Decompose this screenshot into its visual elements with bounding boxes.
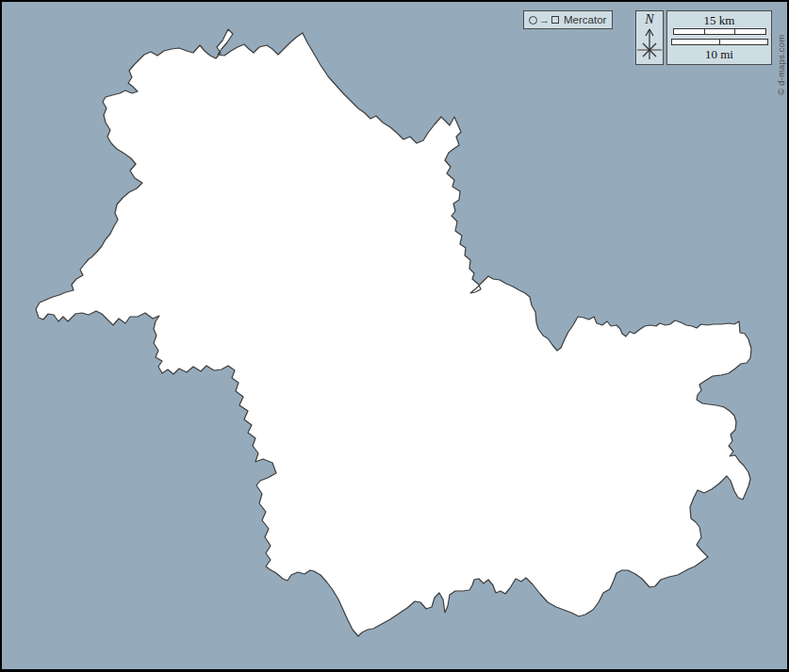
scale-km-tick — [704, 29, 705, 34]
scale-mi-label: 10 mi — [667, 48, 771, 60]
region-map — [2, 2, 787, 669]
circle-icon — [529, 16, 537, 25]
scale-bar-box: 15 km 10 mi — [666, 10, 772, 65]
scale-km-tick — [734, 29, 735, 34]
square-icon — [551, 16, 559, 24]
copyright-text: © d-maps.com — [776, 35, 786, 95]
region-outline — [36, 29, 751, 636]
scale-km-label: 15 km — [667, 14, 771, 26]
arrow-right-icon: → — [539, 15, 550, 25]
compass-rose-icon — [636, 27, 663, 61]
scale-km-bar — [673, 28, 766, 35]
projection-label: Mercator — [564, 14, 606, 25]
map-canvas: → Mercator N 15 km 10 mi © d-maps.com — [0, 0, 789, 672]
scale-mi-bar — [671, 39, 768, 45]
compass-box: N — [635, 10, 664, 65]
scale-mi-tick — [719, 40, 720, 44]
compass-north-label: N — [645, 13, 653, 26]
projection-badge: → Mercator — [523, 10, 613, 29]
